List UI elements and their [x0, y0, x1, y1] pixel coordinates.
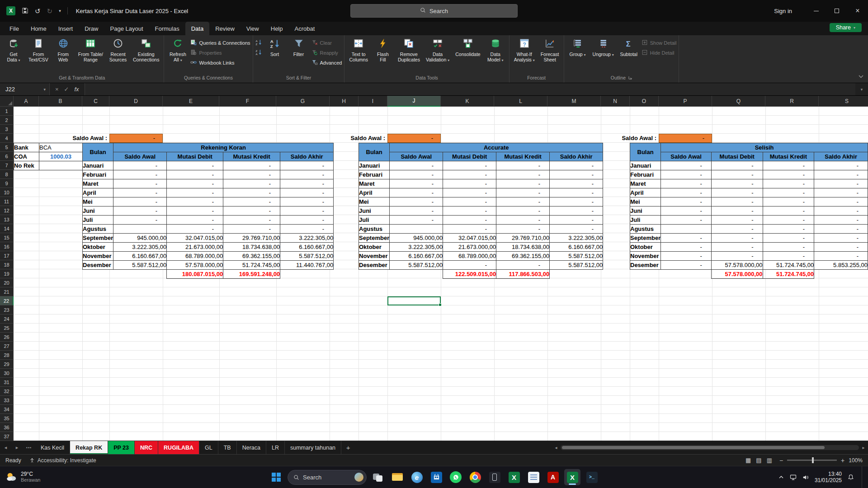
cell-P17[interactable]: -: [661, 252, 712, 261]
cell-J11[interactable]: -: [390, 197, 443, 206]
cell-J13[interactable]: -: [390, 216, 443, 225]
cell-L9[interactable]: -: [496, 179, 550, 188]
queries-connections-button[interactable]: Queries & Connections: [190, 39, 250, 47]
cell-P12[interactable]: -: [661, 206, 712, 216]
cell-L8[interactable]: -: [496, 170, 550, 179]
cell-R19[interactable]: 51.724.745,00: [763, 270, 814, 279]
ribbon-tab-draw[interactable]: Draw: [79, 22, 104, 35]
cell-E15[interactable]: 32.047.015,00: [167, 234, 223, 243]
cell-D12[interactable]: -: [113, 206, 167, 216]
row-header-32[interactable]: 32: [0, 387, 14, 396]
cell-J10[interactable]: -: [390, 188, 443, 197]
cell-J7[interactable]: -: [390, 161, 443, 170]
row-header-9[interactable]: 9: [0, 179, 14, 188]
horizontal-scrollbar[interactable]: ◂ ▸: [553, 441, 868, 454]
zoom-slider[interactable]: [787, 460, 837, 461]
cell-K12[interactable]: -: [443, 206, 496, 216]
cell-D11[interactable]: -: [113, 197, 167, 206]
cell-Q14[interactable]: -: [711, 225, 763, 234]
cell-M19[interactable]: [550, 270, 603, 279]
cell-G14[interactable]: -: [280, 225, 334, 234]
ungroup-button[interactable]: Ungroup ▾: [590, 37, 616, 59]
cell-L16[interactable]: 18.734.638,00: [496, 243, 550, 252]
cell-I15[interactable]: September: [359, 234, 390, 243]
cell-O12[interactable]: Juni: [630, 206, 661, 216]
info-value-cell[interactable]: BCA: [39, 143, 83, 152]
from-text-csv-button[interactable]: FromText/CSV: [26, 37, 51, 63]
cell-M7[interactable]: -: [550, 161, 603, 170]
cell-O17[interactable]: November: [630, 252, 661, 261]
cell-E12[interactable]: -: [167, 206, 223, 216]
existing-connections-button[interactable]: ExistingConnections: [131, 37, 161, 63]
cell-M9[interactable]: -: [550, 179, 603, 188]
previous-sheet-icon[interactable]: ◂: [0, 441, 11, 454]
row-header-5[interactable]: 5: [0, 143, 14, 152]
cell-I18[interactable]: Desember: [359, 261, 390, 270]
cell-F18[interactable]: 51.724.745,00: [223, 261, 280, 270]
task-view-icon[interactable]: [370, 469, 386, 485]
cell-M18[interactable]: 5.587.512,00: [550, 261, 603, 270]
cell-R14[interactable]: -: [763, 225, 814, 234]
cell-I9[interactable]: Maret: [359, 179, 390, 188]
cell-Q17[interactable]: -: [711, 252, 763, 261]
forecast-sheet-button[interactable]: ForecastSheet: [538, 37, 561, 63]
cell-Q13[interactable]: -: [711, 216, 763, 225]
cell-I19[interactable]: [359, 270, 390, 279]
cell-S19[interactable]: [814, 270, 868, 279]
cell-K14[interactable]: -: [443, 225, 496, 234]
cell-M12[interactable]: -: [550, 206, 603, 216]
cell-O8[interactable]: Februari: [630, 170, 661, 179]
sort-a-to-z-button[interactable]: AZ: [255, 39, 262, 46]
sheet-tab-nrc[interactable]: NRC: [135, 441, 158, 454]
ribbon-tab-formulas[interactable]: Formulas: [149, 22, 185, 35]
cell-D19[interactable]: [113, 270, 167, 279]
cell-M11[interactable]: -: [550, 197, 603, 206]
group-button[interactable]: Group ▾: [566, 37, 589, 59]
search-box[interactable]: Search: [350, 4, 518, 18]
cell-S8[interactable]: -: [814, 170, 868, 179]
cell-F16[interactable]: 18.734.638,00: [223, 243, 280, 252]
cell-R7[interactable]: -: [763, 161, 814, 170]
cell-K16[interactable]: 21.673.000,00: [443, 243, 496, 252]
data-validation-button[interactable]: DataValidation ▾: [424, 37, 452, 64]
taskbar-clock[interactable]: 13:40 31/01/2025: [815, 471, 842, 483]
row-header-37[interactable]: 37: [0, 432, 14, 441]
zoom-out-icon[interactable]: −: [779, 457, 783, 464]
row-header-20[interactable]: 20: [0, 278, 14, 287]
cell-F19[interactable]: 169.591.248,00: [223, 270, 280, 279]
cell-F11[interactable]: -: [223, 197, 280, 206]
cell-E18[interactable]: 57.578.000,00: [167, 261, 223, 270]
advanced-button[interactable]: Advanced: [311, 59, 342, 66]
column-header-H[interactable]: H: [330, 96, 359, 107]
cell-S11[interactable]: -: [814, 197, 868, 206]
ribbon-tab-insert[interactable]: Insert: [52, 22, 79, 35]
insert-function-icon[interactable]: fx: [75, 86, 79, 93]
cell-S9[interactable]: -: [814, 179, 868, 188]
column-header-B[interactable]: B: [39, 96, 82, 107]
cell-O13[interactable]: Juli: [630, 216, 661, 225]
cell-P8[interactable]: -: [661, 170, 712, 179]
cell-C17[interactable]: November: [83, 252, 113, 261]
excel-icon[interactable]: X: [506, 469, 522, 485]
cell-P13[interactable]: -: [661, 216, 712, 225]
cell-C18[interactable]: Desember: [83, 261, 113, 270]
customize-quick-access-icon[interactable]: ▾: [59, 9, 61, 13]
info-value-cell[interactable]: [39, 161, 83, 170]
row-header-13[interactable]: 13: [0, 215, 14, 224]
scrollbar-thumb[interactable]: [562, 446, 825, 449]
column-header-R[interactable]: R: [765, 96, 819, 107]
ribbon-tab-home[interactable]: Home: [25, 22, 52, 35]
row-header-11[interactable]: 11: [0, 197, 14, 206]
cell-R10[interactable]: -: [763, 188, 814, 197]
cell-P16[interactable]: -: [661, 243, 712, 252]
sign-in-button[interactable]: Sign in: [774, 8, 792, 14]
cell-O10[interactable]: April: [630, 188, 661, 197]
cell-G17[interactable]: 5.587.512,00: [280, 252, 334, 261]
cell-O11[interactable]: Mei: [630, 197, 661, 206]
cell-I17[interactable]: November: [359, 252, 390, 261]
remove-duplicates-button[interactable]: RemoveDuplicates: [396, 37, 422, 63]
cell-K13[interactable]: -: [443, 216, 496, 225]
sheet-tab-pp-23[interactable]: PP 23: [108, 441, 135, 454]
cell-O9[interactable]: Maret: [630, 179, 661, 188]
save-icon[interactable]: [22, 7, 28, 15]
